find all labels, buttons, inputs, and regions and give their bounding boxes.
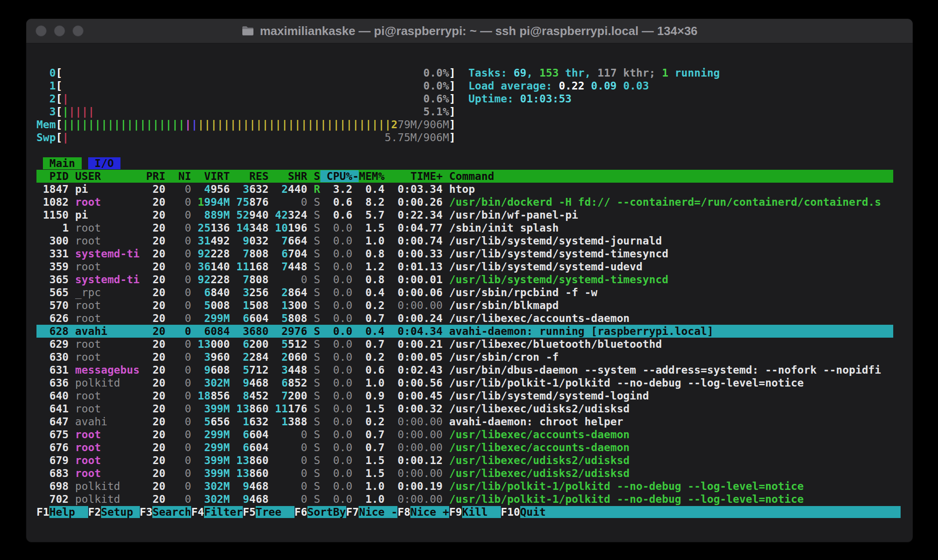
meter-1: 1[ 0.0%] Load average: 0.22 0.09 0.03 <box>36 79 893 92</box>
fkey-action-label: Kill <box>462 506 501 518</box>
column-header-virt[interactable] <box>198 170 204 182</box>
process-row-300[interactable]: 300 root 20 0 31492 9032 7664 S 0.0 1.0 … <box>36 234 893 247</box>
function-bar: F1Help F2Setup F3SearchF4FilterF5Tree F6… <box>36 506 893 518</box>
process-row-636[interactable]: 636 polkitd 20 0 302M 9468 6852 S 0.0 1.… <box>36 376 893 389</box>
process-row-626[interactable]: 626 root 20 0 299M 6604 5808 S 0.0 0.7 0… <box>36 312 893 325</box>
meter-3: 3[||||| 5.1%] <box>36 105 893 118</box>
window-title: maximiliankaske — pi@raspberrypi: ~ — ss… <box>260 24 697 38</box>
column-header-time[interactable]: TIME+ <box>410 170 443 182</box>
process-row-641[interactable]: 641 root 20 0 399M 13860 11176 S 0.0 1.5… <box>36 402 893 415</box>
terminal-grid: 0[ 0.0%] Tasks: 69, 153 thr, 117 kthr; 1… <box>26 43 913 518</box>
process-row-679[interactable]: 679 root 20 0 399M 13860 0 S 0.0 1.5 0:0… <box>36 454 893 467</box>
column-header-mem[interactable]: MEM% <box>359 170 385 182</box>
process-row-628[interactable]: 628 avahi 20 0 6084 3680 2976 S 0.0 0.4 … <box>36 325 893 338</box>
f6-key-label: F6 <box>295 506 307 518</box>
column-header-res[interactable] <box>236 170 249 182</box>
f5-key-label: F5 <box>243 506 256 518</box>
zoom-button[interactable] <box>72 25 84 36</box>
fkey-action-label: SortBy <box>307 506 346 518</box>
column-header-res[interactable]: RES <box>249 170 269 182</box>
column-header-virt[interactable]: VIRT <box>204 170 230 182</box>
f10-key-label: F10 <box>501 506 520 518</box>
meter-mem: Mem[||||||||||||||||||||||||||||||||||||… <box>36 118 893 131</box>
tab-main[interactable]: Main <box>43 157 82 169</box>
process-row-647[interactable]: 647 avahi 20 0 5656 1632 1388 S 0.0 0.2 … <box>36 415 893 428</box>
tab-bar: Main I/O <box>36 157 893 170</box>
fkey-action-label: Quit <box>520 506 546 518</box>
process-row-675[interactable]: 675 root 20 0 299M 6604 0 S 0.0 0.7 0:00… <box>36 428 893 441</box>
close-button[interactable] <box>36 25 47 36</box>
process-row-683[interactable]: 683 root 20 0 399M 13860 0 S 0.0 1.5 0:0… <box>36 467 893 480</box>
column-header-ni[interactable] <box>172 170 178 182</box>
f3-key-label: F3 <box>140 506 153 518</box>
fkey-nice[interactable]: F7Nice - <box>346 506 398 518</box>
column-header-shr[interactable] <box>275 170 288 182</box>
fkey-action-label: Help <box>49 506 88 518</box>
f2-key-label: F2 <box>88 506 101 518</box>
process-row-698[interactable]: 698 polkitd 20 0 302M 9468 0 S 0.0 1.0 0… <box>36 480 893 493</box>
process-row-331[interactable]: 331 systemd-ti 20 0 92228 7808 6704 S 0.… <box>36 247 893 260</box>
process-row-1082[interactable]: 1082 root 20 0 1994M 75876 0 S 0.6 8.2 0… <box>36 196 893 209</box>
column-header-pri[interactable]: PRI <box>146 170 165 182</box>
f1-key-label: F1 <box>36 506 49 518</box>
column-header-user[interactable]: USER <box>75 170 101 182</box>
f8-key-label: F8 <box>397 506 410 518</box>
column-header-user[interactable] <box>101 170 140 182</box>
column-header-pid[interactable] <box>36 170 49 182</box>
process-row-565[interactable]: 565 _rpc 20 0 6840 3256 2864 S 0.0 0.4 0… <box>36 286 893 299</box>
blank-line <box>36 144 893 157</box>
meter-2: 2[| 0.6%] Uptime: 01:03:53 <box>36 92 893 105</box>
fkey-action-label: Tree <box>256 506 295 518</box>
process-row-1847[interactable]: 1847 pi 20 0 4956 3632 2440 R 3.2 0.4 0:… <box>36 183 893 196</box>
folder-icon <box>241 25 254 36</box>
process-row-1[interactable]: 1 root 20 0 25136 14348 10196 S 0.0 1.5 … <box>36 221 893 234</box>
traffic-lights <box>36 25 84 36</box>
process-row-631[interactable]: 631 messagebus 20 0 9608 5712 3448 S 0.0… <box>36 363 893 376</box>
process-row-359[interactable]: 359 root 20 0 36140 11168 7448 S 0.0 1.2… <box>36 260 893 273</box>
fkey-filter[interactable]: F4Filter <box>191 506 243 518</box>
fkey-setup[interactable]: F2Setup <box>88 506 140 518</box>
fkey-quit[interactable]: F10Quit <box>501 506 546 518</box>
column-header-pid[interactable]: PID <box>49 170 69 182</box>
process-row-702[interactable]: 702 polkitd 20 0 302M 9468 0 S 0.0 1.0 0… <box>36 493 893 506</box>
process-row-630[interactable]: 630 root 20 0 3960 2284 2060 S 0.0 0.2 0… <box>36 351 893 363</box>
column-header-ni[interactable]: NI <box>178 170 191 182</box>
f7-key-label: F7 <box>346 506 359 518</box>
meter-0: 0[ 0.0%] Tasks: 69, 153 thr, 117 kthr; 1… <box>36 66 893 79</box>
fkey-action-label: Setup <box>101 506 140 518</box>
f4-key-label: F4 <box>191 506 204 518</box>
column-header-shr[interactable]: SHR <box>288 170 307 182</box>
blank-line <box>36 54 893 66</box>
fkey-action-label: Search <box>152 506 191 518</box>
column-header-command[interactable]: Command <box>449 170 494 182</box>
fkey-action-label: Filter <box>204 506 243 518</box>
fkey-action-label: Nice - <box>359 506 397 518</box>
process-row-570[interactable]: 570 root 20 0 5008 1508 1300 S 0.0 0.2 0… <box>36 299 893 312</box>
fkey-action-label: Nice + <box>410 506 449 518</box>
terminal-window: maximiliankaske — pi@raspberrypi: ~ — ss… <box>26 18 913 542</box>
column-header-cpu[interactable]: CPU% <box>327 170 353 182</box>
process-row-640[interactable]: 640 root 20 0 18856 8452 7200 S 0.0 0.9 … <box>36 389 893 402</box>
tab-io[interactable]: I/O <box>88 157 120 169</box>
column-header-s[interactable]: S <box>314 170 320 182</box>
process-row-629[interactable]: 629 root 20 0 13000 6200 5512 S 0.0 0.7 … <box>36 338 893 351</box>
fkey-nice[interactable]: F8Nice + <box>397 506 449 518</box>
fkey-tree[interactable]: F5Tree <box>243 506 295 518</box>
column-header-time[interactable] <box>391 170 410 182</box>
titlebar: maximiliankaske — pi@raspberrypi: ~ — ss… <box>26 19 913 43</box>
fbar-fill <box>546 506 901 518</box>
meter-swp: Swp[| 5.75M/906M] <box>36 131 893 144</box>
fkey-search[interactable]: F3Search <box>140 506 192 518</box>
process-row-365[interactable]: 365 systemd-ti 20 0 92228 7808 0 S 0.0 0… <box>36 273 893 286</box>
table-header-row: PID USER PRI NI VIRT RES SHR S CPU%-MEM%… <box>36 170 893 183</box>
f9-key-label: F9 <box>449 506 462 518</box>
fkey-help[interactable]: F1Help <box>36 506 88 518</box>
process-row-1150[interactable]: 1150 pi 20 0 889M 52940 42324 S 0.6 5.7 … <box>36 209 893 221</box>
minimize-button[interactable] <box>54 25 65 36</box>
fkey-kill[interactable]: F9Kill <box>449 506 501 518</box>
fkey-sortby[interactable]: F6SortBy <box>295 506 346 518</box>
process-row-676[interactable]: 676 root 20 0 299M 6604 0 S 0.0 0.7 0:00… <box>36 441 893 454</box>
